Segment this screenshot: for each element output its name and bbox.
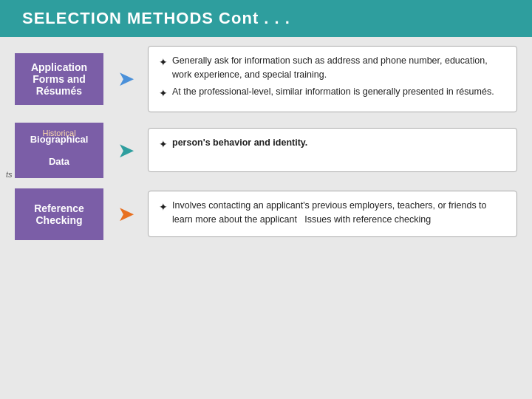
bullet-text-1: Generally ask for information such as ad… [172,54,506,82]
slide-header: SELECTION METHODS Cont . . . [0,0,532,37]
bullet-icon-1: ✦ [159,55,168,82]
biographical-content: ✦ person's behavior and identity. [148,128,517,172]
arrow-biographical: ➤ [111,138,140,163]
header-title: SELECTION METHODS Cont . . . [22,9,290,27]
bullet-text-bio-1: person's behavior and identity. [172,136,307,152]
biographical-box: Biographical Data [15,123,103,178]
bullet-1: ✦ Generally ask for information such as … [159,54,506,82]
biographical-label: Biographical [30,134,89,145]
row-reference: ReferenceChecking ➤ ✦ Involves contactin… [15,188,517,240]
bullet-icon-ref-1: ✦ [159,200,168,227]
arrow-application: ➤ [111,66,140,91]
data-label: Data [49,156,69,167]
bullet-icon-bio-1: ✦ [159,137,168,152]
content-area: ApplicationForms andRésumés ➤ ✦ Generall… [0,37,532,249]
application-forms-box: ApplicationForms andRésumés [15,53,103,105]
bullet-text-ref-1: Involves contacting an applicant's previ… [172,199,506,227]
slide: SELECTION METHODS Cont . . . ts Applicat… [0,0,532,399]
bullet-text-2: At the professional-level, similar infor… [172,85,494,101]
row-biographical: Biographical Data Historical ➤ ✦ person'… [15,123,517,178]
side-label: ts [6,170,13,179]
arrow-reference: ➤ [111,202,140,226]
reference-checking-content: ✦ Involves contacting an applicant's pre… [148,191,517,238]
reference-checking-box: ReferenceChecking [15,188,103,240]
bullet-icon-2: ✦ [159,86,168,101]
bullet-bio-1: ✦ person's behavior and identity. [159,136,506,152]
biographical-box-wrapper: Biographical Data Historical [15,123,103,178]
bullet-2: ✦ At the professional-level, similar inf… [159,85,506,101]
application-forms-content: ✦ Generally ask for information such as … [148,46,517,112]
row-application: ApplicationForms andRésumés ➤ ✦ Generall… [15,46,517,112]
bullet-ref-1: ✦ Involves contacting an applicant's pre… [159,199,506,227]
